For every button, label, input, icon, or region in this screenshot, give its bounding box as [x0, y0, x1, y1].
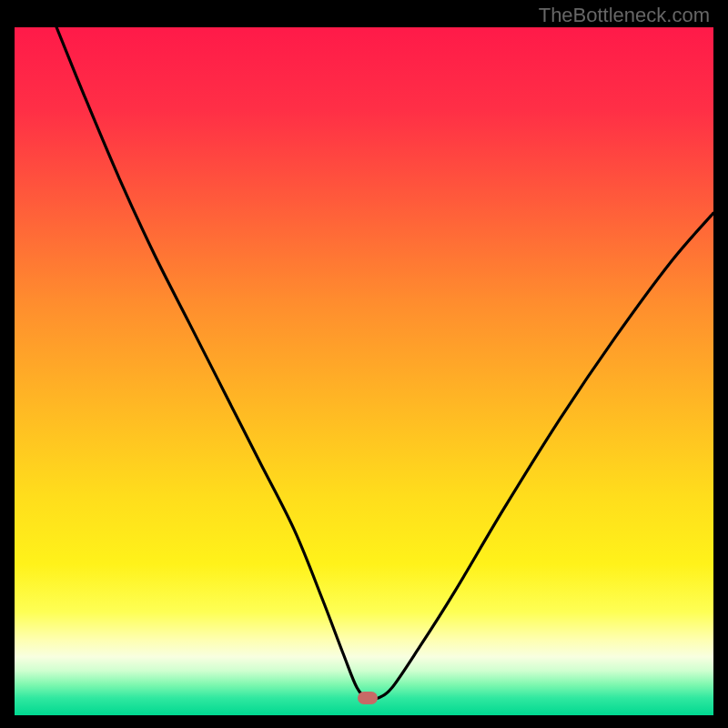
optimal-marker [358, 692, 378, 704]
bottleneck-curve [15, 27, 713, 715]
watermark-text: TheBottleneck.com [539, 4, 710, 27]
chart-frame: TheBottleneck.com [0, 0, 728, 728]
plot-area [15, 27, 713, 715]
